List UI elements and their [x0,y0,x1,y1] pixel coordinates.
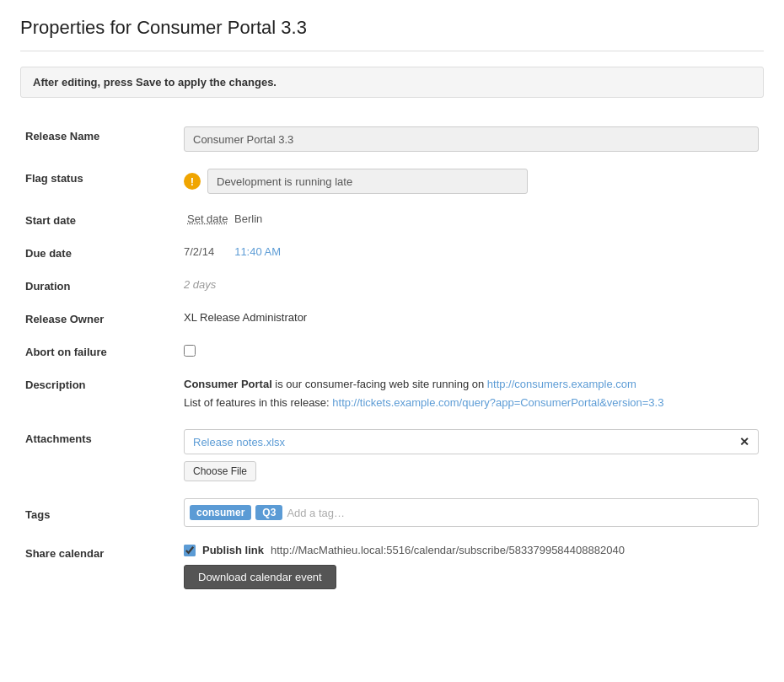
choose-file-button[interactable]: Choose File [184,461,256,481]
description-row: Description Consumer Portal is our consu… [20,367,764,421]
due-time-value[interactable]: 11:40 AM [234,245,281,258]
download-btn-container: Download calendar event [184,556,759,589]
info-bar: After editing, press Save to apply the c… [20,67,764,98]
release-name-label: Release Name [20,118,172,160]
description-bold: Consumer Portal [184,378,272,390]
duration-row: Duration 2 days [20,268,764,301]
start-date-display: Set date Berlin [184,212,262,225]
info-bar-bold: Save [136,76,161,89]
set-date-placeholder[interactable]: Set date [187,212,228,225]
release-owner-cell: XL Release Administrator [172,301,764,334]
release-owner-value: XL Release Administrator [184,311,307,324]
tag-q3[interactable]: Q3 [255,505,282,520]
description-text1: is our consumer-facing web site running … [272,378,487,390]
calendar-url: http://MacMathieu.local:5516/calendar/su… [271,544,625,556]
attachment-file-link[interactable]: Release notes.xlsx [193,436,285,448]
due-date-cell: 7/2/14 11:40 AM [172,235,764,268]
calendar-publish-row: Publish link http://MacMathieu.local:551… [184,544,759,556]
start-date-cell: Set date Berlin [172,202,764,235]
flag-status-cell: ! [172,160,764,202]
properties-form: Release Name Flag status ! Start date [20,118,764,598]
duration-value: 2 days [184,278,216,291]
duration-cell: 2 days [172,268,764,301]
description-link1[interactable]: http://consumers.example.com [487,378,636,390]
release-owner-row: Release Owner XL Release Administrator [20,301,764,334]
share-calendar-label: Share calendar [20,535,172,598]
tags-container[interactable]: consumer Q3 Add a tag… [184,498,759,527]
flag-status-input[interactable] [207,169,528,194]
start-date-label: Start date [20,202,172,235]
choose-file-container: Choose File [184,454,759,481]
attachments-row: Attachments Release notes.xlsx ✕ Choose … [20,421,764,490]
abort-on-failure-cell [172,334,764,367]
abort-checkbox-container [184,345,759,357]
info-bar-text: After editing, press Save to apply the c… [33,76,277,89]
attachments-cell: Release notes.xlsx ✕ Choose File [172,421,764,490]
flag-status-container: ! [184,169,759,194]
due-date-container: 7/2/14 11:40 AM [184,245,759,258]
due-date-value[interactable]: 7/2/14 [184,245,214,258]
description-line1: Consumer Portal is our consumer-facing w… [184,375,759,394]
release-name-row: Release Name [20,118,764,160]
share-calendar-cell: Publish link http://MacMathieu.local:551… [172,535,764,598]
description-content: Consumer Portal is our consumer-facing w… [184,375,759,412]
tags-cell: consumer Q3 Add a tag… [172,490,764,535]
attachment-close-button[interactable]: ✕ [739,435,749,448]
description-link2[interactable]: http://tickets.example.com/query?app=Con… [332,396,663,409]
tag-consumer[interactable]: consumer [190,505,251,520]
due-date-row: Due date 7/2/14 11:40 AM [20,235,764,268]
description-cell: Consumer Portal is our consumer-facing w… [172,367,764,421]
abort-on-failure-row: Abort on failure [20,334,764,367]
release-name-cell [172,118,764,160]
attachments-label: Attachments [20,421,172,490]
page-title: Properties for Consumer Portal 3.3 [20,17,764,51]
duration-label: Duration [20,268,172,301]
tag-consumer-label: consumer [196,507,244,518]
share-calendar-checkbox[interactable] [184,545,196,556]
start-date-row: Start date Set date Berlin [20,202,764,235]
start-date-timezone: Berlin [234,212,262,225]
publish-link-label: Publish link [202,544,264,556]
download-calendar-button[interactable]: Download calendar event [184,565,336,589]
flag-status-row: Flag status ! [20,160,764,202]
description-line2: List of features in this release: http:/… [184,394,759,412]
due-date-label: Due date [20,235,172,268]
share-calendar-row: Share calendar Publish link http://MacMa… [20,535,764,598]
attachment-file-box: Release notes.xlsx ✕ [184,429,759,454]
description-text2: List of features in this release: [184,396,332,409]
flag-warning-icon: ! [184,173,201,190]
release-owner-label: Release Owner [20,301,172,334]
flag-status-label: Flag status [20,160,172,202]
tags-label: Tags [20,490,172,535]
tags-row: Tags consumer Q3 Add a tag… [20,490,764,535]
tag-q3-label: Q3 [262,507,276,518]
tag-add-placeholder[interactable]: Add a tag… [287,507,345,519]
release-name-input[interactable] [184,126,759,152]
description-label: Description [20,367,172,421]
abort-on-failure-checkbox[interactable] [184,345,196,357]
abort-on-failure-label: Abort on failure [20,334,172,367]
